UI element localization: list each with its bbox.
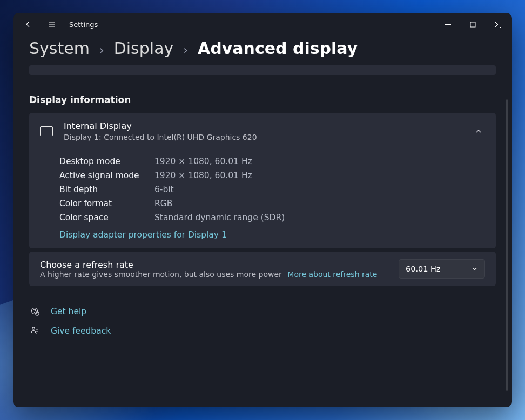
- feedback-icon: [29, 325, 41, 337]
- breadcrumb-current: Advanced display: [198, 39, 358, 58]
- maximize-button[interactable]: [460, 16, 485, 33]
- prop-label: Color format: [59, 199, 154, 208]
- display-info-header[interactable]: Internal Display Display 1: Connected to…: [29, 113, 496, 150]
- refresh-rate-subtitle: A higher rate gives smoother motion, but…: [40, 270, 282, 279]
- display-name: Internal Display: [64, 120, 461, 132]
- refresh-rate-title: Choose a refresh rate: [40, 260, 389, 270]
- minimize-button[interactable]: [435, 16, 460, 33]
- refresh-rate-selected: 60.01 Hz: [406, 265, 441, 273]
- prop-value: RGB: [154, 199, 485, 208]
- prop-value: 6-bit: [154, 185, 485, 194]
- chevron-down-icon: [472, 266, 478, 272]
- prop-label: Bit depth: [59, 185, 154, 194]
- prop-value: 1920 × 1080, 60.01 Hz: [154, 157, 485, 166]
- titlebar: Settings: [13, 13, 512, 36]
- scrollbar[interactable]: [506, 99, 508, 391]
- refresh-rate-card: Choose a refresh rate A higher rate give…: [29, 252, 496, 286]
- get-help-label: Get help: [51, 307, 86, 316]
- help-icon: [29, 306, 41, 317]
- display-info-card: Internal Display Display 1: Connected to…: [29, 113, 496, 248]
- more-about-refresh-link[interactable]: More about refresh rate: [287, 270, 377, 279]
- breadcrumb: System › Display › Advanced display: [29, 36, 496, 65]
- app-title: Settings: [69, 21, 98, 29]
- svg-rect-4: [470, 22, 475, 27]
- svg-point-10: [32, 327, 35, 329]
- chevron-right-icon: ›: [183, 43, 188, 57]
- give-feedback-link[interactable]: Give feedback: [29, 325, 496, 337]
- get-help-link[interactable]: Get help: [29, 306, 496, 317]
- prop-value: Standard dynamic range (SDR): [154, 213, 485, 222]
- content-area: System › Display › Advanced display Disp…: [13, 36, 512, 407]
- display-connection: Display 1: Connected to Intel(R) UHD Gra…: [64, 132, 461, 143]
- display-adapter-link[interactable]: Display adapter properties for Display 1: [59, 230, 485, 240]
- breadcrumb-display[interactable]: Display: [114, 39, 174, 58]
- section-heading-display-info: Display information: [29, 94, 496, 105]
- prop-value: 1920 × 1080, 60.01 Hz: [154, 171, 485, 180]
- breadcrumb-system[interactable]: System: [29, 39, 90, 58]
- card-placeholder: [29, 65, 496, 75]
- prop-label: Active signal mode: [59, 171, 154, 180]
- nav-menu-button[interactable]: [42, 15, 62, 34]
- chevron-right-icon: ›: [99, 43, 104, 57]
- monitor-icon: [40, 126, 53, 136]
- give-feedback-label: Give feedback: [51, 326, 111, 336]
- chevron-up-icon[interactable]: [472, 125, 485, 138]
- close-button[interactable]: [485, 16, 510, 33]
- prop-label: Desktop mode: [59, 157, 154, 166]
- svg-point-8: [35, 313, 35, 313]
- footer-links: Get help Give feedback: [29, 306, 496, 337]
- display-properties: Desktop mode 1920 × 1080, 60.01 Hz Activ…: [29, 150, 496, 248]
- prop-label: Color space: [59, 213, 154, 222]
- settings-window: Settings System › Display › Advanced dis…: [13, 13, 512, 407]
- back-button[interactable]: [18, 15, 38, 34]
- refresh-rate-dropdown[interactable]: 60.01 Hz: [399, 259, 485, 279]
